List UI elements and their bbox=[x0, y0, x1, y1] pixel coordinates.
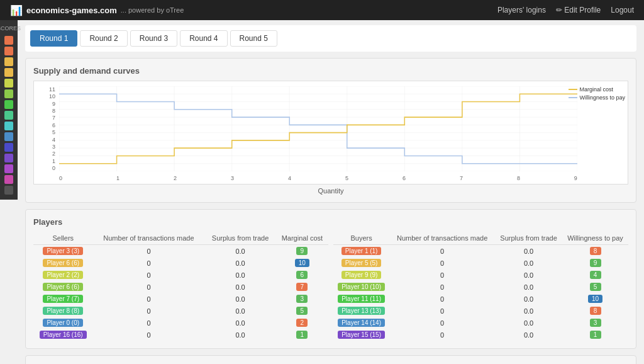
legend-wtp: Willingness to pay bbox=[569, 94, 625, 101]
col-sellers-transactions: Number of transactions made bbox=[93, 232, 205, 245]
legend-color-marginal bbox=[569, 89, 577, 90]
nav-links: Players' logins ✏ Edit Profile Logout bbox=[497, 6, 634, 14]
seller-badge: Player 16 (16) bbox=[40, 331, 87, 339]
col-marginal-cost: Marginal cost bbox=[276, 232, 328, 245]
table-row: Player 15 (15) 0 0.0 1 bbox=[333, 329, 628, 341]
score-dot-14 bbox=[4, 186, 13, 195]
buyer-badge: Player 1 (1) bbox=[341, 247, 382, 255]
seller-cost: 10 bbox=[295, 259, 309, 267]
chart-area bbox=[59, 86, 577, 171]
table-row: Player 13 (13) 0 0.0 8 bbox=[333, 305, 628, 317]
table-row: Player 2 (2) 0 0.0 6 bbox=[33, 269, 328, 281]
players-grid: Sellers Number of transactions made Surp… bbox=[33, 232, 628, 341]
buyer-transactions: 0 bbox=[389, 317, 495, 329]
buyer-transactions: 0 bbox=[389, 281, 495, 293]
tab-round3[interactable]: Round 3 bbox=[130, 30, 177, 47]
table-row: Player 0 (0) 0 0.0 2 bbox=[33, 317, 328, 329]
score-dot-7 bbox=[4, 111, 13, 120]
table-row: Player 14 (14) 0 0.0 3 bbox=[333, 317, 628, 329]
seller-cost: 5 bbox=[296, 307, 308, 315]
powered-text: ... powered by oTree bbox=[121, 6, 184, 14]
buyer-transactions: 0 bbox=[389, 245, 495, 258]
buyer-transactions: 0 bbox=[389, 329, 495, 341]
seller-surplus: 0.0 bbox=[204, 269, 275, 281]
x-axis-label: Quantity bbox=[33, 187, 628, 195]
chart-legend: Marginal cost Willingness to pay bbox=[569, 86, 625, 101]
table-row: Player 5 (5) 0 0.0 9 bbox=[333, 257, 628, 269]
score-dot-6 bbox=[4, 100, 13, 109]
table-row: Player 8 (8) 0 0.0 5 bbox=[33, 305, 328, 317]
seller-surplus: 0.0 bbox=[204, 257, 275, 269]
col-wtp: Willingness to pay bbox=[562, 232, 628, 245]
col-sellers-surplus: Surplus from trade bbox=[204, 232, 275, 245]
sellers-table: Sellers Number of transactions made Surp… bbox=[33, 232, 328, 341]
tab-round1[interactable]: Round 1 bbox=[30, 30, 77, 47]
scores-label: SCORES bbox=[0, 25, 21, 31]
seller-transactions: 0 bbox=[93, 245, 205, 258]
seller-cost: 7 bbox=[296, 283, 308, 291]
table-row: Player 10 (10) 0 0.0 5 bbox=[333, 281, 628, 293]
seller-transactions: 0 bbox=[93, 329, 205, 341]
tab-round2[interactable]: Round 2 bbox=[80, 30, 127, 47]
buyer-badge: Player 10 (10) bbox=[338, 283, 385, 291]
players-section: Players Sellers Number of transactions m… bbox=[25, 209, 636, 349]
scores-sidebar: SCORES bbox=[0, 20, 18, 200]
seller-transactions: 0 bbox=[93, 269, 205, 281]
col-buyers-transactions: Number of transactions made bbox=[389, 232, 495, 245]
table-row: Player 16 (16) 0 0.0 1 bbox=[33, 329, 328, 341]
chart-container: 11 10 9 8 7 6 5 4 3 2 1 0 bbox=[33, 81, 628, 185]
top-navigation: 📊 economics-games.com ... powered by oTr… bbox=[0, 0, 644, 20]
buyer-wtp: 4 bbox=[590, 271, 601, 279]
buyer-surplus: 0.0 bbox=[495, 305, 562, 317]
seller-badge: Player 0 (0) bbox=[43, 319, 83, 327]
table-row: Player 9 (9) 0 0.0 4 bbox=[333, 269, 628, 281]
buyer-wtp: 8 bbox=[590, 247, 601, 255]
tax-section: Tax on sale: 0 Change Tax on purchase: 0… bbox=[25, 355, 636, 364]
buyer-transactions: 0 bbox=[389, 257, 495, 269]
score-dot-0 bbox=[4, 36, 13, 45]
buyer-surplus: 0.0 bbox=[495, 329, 562, 341]
tab-round5[interactable]: Round 5 bbox=[230, 30, 277, 47]
edit-profile-link[interactable]: ✏ Edit Profile bbox=[556, 6, 601, 14]
table-row: Player 6 (6) 0 0.0 10 bbox=[33, 257, 328, 269]
seller-badge: Player 6 (6) bbox=[43, 283, 83, 291]
score-dot-3 bbox=[4, 68, 13, 77]
chart-title: Supply and demand curves bbox=[33, 66, 628, 76]
players-title: Players bbox=[33, 217, 628, 227]
seller-surplus: 0.0 bbox=[204, 317, 275, 329]
buyer-badge: Player 5 (5) bbox=[341, 259, 382, 267]
score-dot-4 bbox=[4, 79, 13, 88]
col-buyers: Buyers bbox=[333, 232, 389, 245]
chart-svg bbox=[59, 86, 577, 171]
buyer-surplus: 0.0 bbox=[495, 257, 562, 269]
seller-surplus: 0.0 bbox=[204, 305, 275, 317]
legend-label-marginal: Marginal cost bbox=[579, 86, 613, 93]
score-dot-9 bbox=[4, 132, 13, 141]
legend-label-wtp: Willingness to pay bbox=[579, 94, 625, 101]
seller-surplus: 0.0 bbox=[204, 281, 275, 293]
buyer-badge: Player 11 (11) bbox=[338, 295, 385, 303]
score-dot-1 bbox=[4, 47, 13, 55]
seller-cost: 1 bbox=[296, 331, 308, 339]
buyer-transactions: 0 bbox=[389, 305, 495, 317]
brand-icon: 📊 bbox=[10, 4, 23, 16]
seller-cost: 3 bbox=[296, 295, 308, 303]
buyer-badge: Player 13 (13) bbox=[338, 307, 385, 315]
score-dot-5 bbox=[4, 89, 13, 98]
buyer-badge: Player 14 (14) bbox=[338, 319, 385, 327]
buyers-table: Buyers Number of transactions made Surpl… bbox=[333, 232, 628, 341]
score-dot-8 bbox=[4, 122, 13, 130]
players-logins-link[interactable]: Players' logins bbox=[497, 6, 546, 14]
x-axis-ticks: 0 1 2 3 4 5 6 7 8 9 bbox=[59, 175, 577, 181]
buyer-wtp: 3 bbox=[590, 319, 601, 327]
brand-name: economics-games.com bbox=[26, 6, 117, 15]
tab-round4[interactable]: Round 4 bbox=[180, 30, 227, 47]
score-dot-13 bbox=[4, 175, 13, 184]
logout-link[interactable]: Logout bbox=[611, 6, 634, 14]
buyer-wtp: 5 bbox=[590, 283, 601, 291]
buyer-surplus: 0.0 bbox=[495, 245, 562, 258]
score-dot-10 bbox=[4, 143, 13, 152]
seller-cost: 2 bbox=[296, 319, 308, 327]
legend-marginal-cost: Marginal cost bbox=[569, 86, 625, 93]
table-row: Player 3 (3) 0 0.0 9 bbox=[33, 245, 328, 258]
